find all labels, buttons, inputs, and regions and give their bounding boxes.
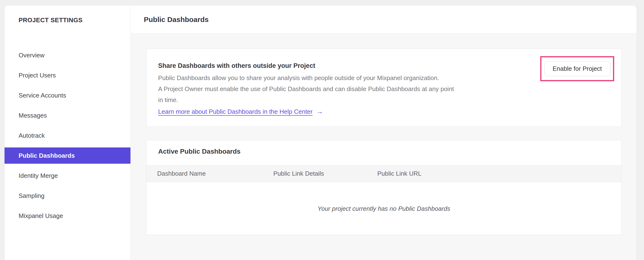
share-dashboards-card: Share Dashboards with others outside you… xyxy=(146,49,622,127)
main-header: Public Dashboards xyxy=(131,6,636,34)
column-dashboard-name: Dashboard Name xyxy=(157,170,273,177)
enable-for-project-button[interactable]: Enable for Project xyxy=(544,61,610,76)
sidebar-nav: Overview Project Users Service Accounts … xyxy=(4,47,130,224)
column-public-link-details: Public Link Details xyxy=(273,170,377,177)
main-content: Share Dashboards with others outside you… xyxy=(131,34,636,235)
dashboards-table-header: Dashboard Name Public Link Details Publi… xyxy=(146,165,621,182)
sidebar-item-messages[interactable]: Messages xyxy=(4,107,130,123)
project-settings-panel: PROJECT SETTINGS Overview Project Users … xyxy=(4,5,637,260)
sidebar-item-project-users[interactable]: Project Users xyxy=(4,67,130,83)
sidebar-title: PROJECT SETTINGS xyxy=(18,17,130,24)
arrow-right-icon: → xyxy=(316,108,323,115)
description-line: in time. xyxy=(158,94,621,105)
help-link-row: Learn more about Public Dashboards in th… xyxy=(158,107,621,116)
sidebar-item-identity-merge[interactable]: Identity Merge xyxy=(4,168,130,184)
main-area: Public Dashboards Share Dashboards with … xyxy=(131,6,636,260)
sidebar-item-autotrack[interactable]: Autotrack xyxy=(4,127,130,144)
active-dashboards-title: Active Public Dashboards xyxy=(146,147,621,156)
active-dashboards-card: Active Public Dashboards Dashboard Name … xyxy=(146,140,622,235)
column-public-link-url: Public Link URL xyxy=(377,170,621,177)
sidebar-item-sampling[interactable]: Sampling xyxy=(4,188,130,204)
help-center-link[interactable]: Learn more about Public Dashboards in th… xyxy=(158,108,313,115)
empty-state-message: Your project currently has no Public Das… xyxy=(146,182,621,235)
sidebar-item-public-dashboards[interactable]: Public Dashboards xyxy=(4,148,130,164)
sidebar-item-service-accounts[interactable]: Service Accounts xyxy=(4,87,130,103)
description-line: A Project Owner must enable the use of P… xyxy=(158,83,621,94)
page-title: Public Dashboards xyxy=(144,16,209,24)
sidebar-item-mixpanel-usage[interactable]: Mixpanel Usage xyxy=(4,208,130,224)
sidebar-item-overview[interactable]: Overview xyxy=(4,47,130,63)
annotation-highlight-box: Enable for Project xyxy=(540,56,614,81)
project-settings-sidebar: PROJECT SETTINGS Overview Project Users … xyxy=(4,6,131,260)
